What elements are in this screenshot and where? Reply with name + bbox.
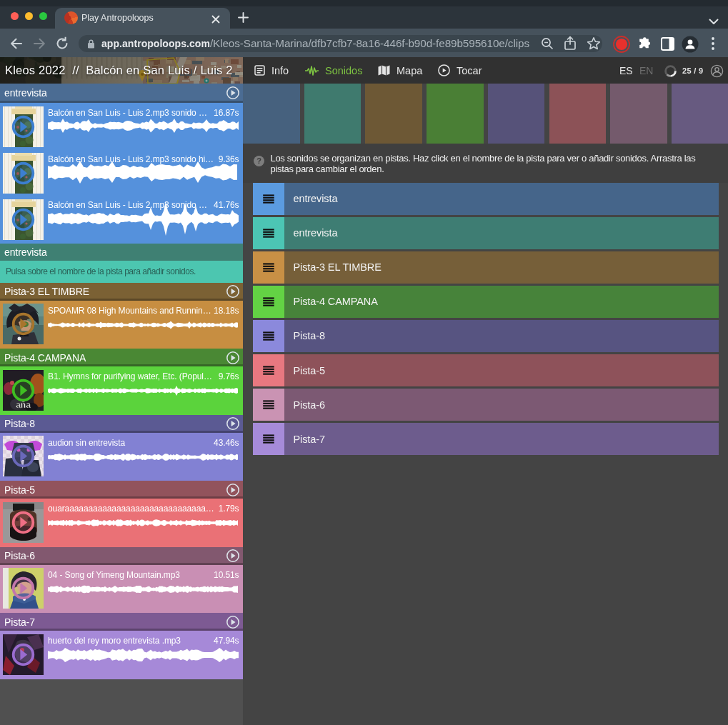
svg-text:aña: aña xyxy=(16,400,31,410)
